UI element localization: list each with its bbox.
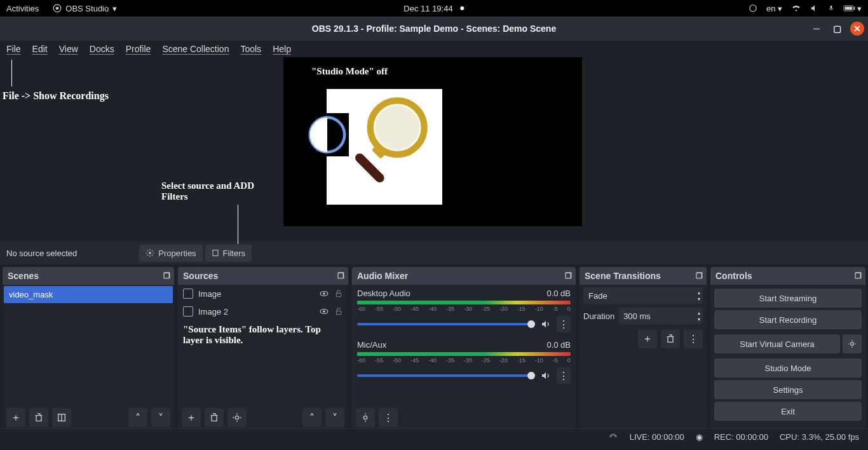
duration-input[interactable]: 300 ms ▴▾	[618, 308, 703, 324]
menu-profile[interactable]: Profile	[126, 44, 151, 54]
menu-tools[interactable]: Tools	[240, 44, 261, 54]
db-scale: -60-55-50-45-40-35-30-25-20-15-10-50	[357, 306, 571, 312]
lock-icon[interactable]	[334, 307, 343, 316]
svg-point-25	[851, 343, 854, 346]
half-circle-icon	[306, 113, 349, 156]
annotation-show-recordings: File -> Show Recordings	[3, 90, 109, 102]
svg-rect-19	[337, 293, 341, 296]
transition-menu-button[interactable]: ⋮	[684, 329, 703, 348]
remove-transition-button[interactable]	[661, 329, 680, 348]
status-rec: REC: 00:00:00	[714, 432, 768, 442]
menu-docks[interactable]: Docks	[90, 44, 114, 54]
minimize-button[interactable]: ─	[810, 22, 824, 36]
sources-header[interactable]: Sources❐	[178, 267, 348, 285]
annotation-studio-mode: "Studio Mode" off	[311, 66, 388, 77]
filters-button[interactable]: Filters	[205, 245, 252, 262]
eye-icon[interactable]	[319, 307, 329, 316]
popout-icon[interactable]: ❐	[565, 271, 572, 280]
svg-point-9	[376, 106, 419, 149]
popout-icon[interactable]: ❐	[696, 271, 703, 280]
svg-point-2	[750, 5, 757, 12]
channel-menu-button[interactable]: ⋮	[557, 316, 571, 332]
properties-button[interactable]: Properties	[139, 245, 202, 262]
grid-icon	[57, 412, 67, 423]
controls-header[interactable]: Controls❐	[710, 267, 865, 285]
exit-button[interactable]: Exit	[714, 402, 862, 421]
start-virtual-camera-button[interactable]: Start Virtual Camera	[714, 334, 840, 353]
audio-meter	[357, 301, 571, 304]
preview-area[interactable]: "Studio Mode" off File -> Show Recording…	[0, 57, 868, 242]
volume-slider[interactable]	[357, 374, 535, 377]
speaker-icon[interactable]	[540, 319, 552, 329]
preview-image-1	[306, 113, 349, 156]
popout-icon[interactable]: ❐	[163, 271, 170, 280]
source-label: Image	[198, 289, 221, 299]
controls-dock: Controls❐ Start Streaming Start Recordin…	[710, 267, 865, 428]
menu-file[interactable]: File	[6, 44, 21, 54]
status-live: LIVE: 00:00:00	[630, 432, 684, 442]
transitions-header[interactable]: Scene Transitions❐	[580, 267, 707, 285]
add-source-button[interactable]: ＋	[182, 408, 201, 427]
menu-help[interactable]: Help	[273, 44, 291, 54]
activities-button[interactable]: Activities	[6, 4, 39, 13]
transition-select[interactable]: Fade ▴▾	[583, 287, 703, 304]
settings-button[interactable]: Settings	[714, 380, 862, 399]
volume-icon[interactable]	[810, 4, 819, 13]
gear-icon	[848, 339, 857, 348]
gear-icon	[232, 412, 242, 423]
add-transition-button[interactable]: ＋	[638, 329, 657, 348]
popout-icon[interactable]: ❐	[337, 271, 344, 280]
scene-filters-button[interactable]	[52, 408, 71, 427]
wifi-icon[interactable]	[791, 4, 801, 13]
battery-icon[interactable]: ▾	[843, 4, 862, 13]
maximize-button[interactable]: ▢	[830, 22, 844, 36]
popout-icon[interactable]: ❐	[855, 271, 862, 280]
mixer-header[interactable]: Audio Mixer❐	[352, 267, 576, 285]
source-toolbar: No source selected Properties Filters	[0, 242, 868, 264]
gnome-top-bar: Activities OBS Studio ▾ Dec 11 19:44 en …	[0, 0, 868, 17]
disk-icon: ◉	[696, 432, 703, 442]
obs-icon	[53, 4, 62, 13]
speaker-icon[interactable]	[540, 371, 552, 381]
remove-scene-button[interactable]	[29, 408, 48, 427]
svg-rect-14	[213, 250, 218, 256]
start-recording-button[interactable]: Start Recording	[714, 310, 862, 329]
preview-canvas[interactable]: "Studio Mode" off	[283, 57, 582, 226]
source-up-button[interactable]: ˄	[302, 408, 322, 427]
scenes-header[interactable]: Scenes❐	[3, 267, 174, 285]
add-scene-button[interactable]: ＋	[6, 408, 25, 427]
volume-slider[interactable]	[357, 323, 535, 325]
eye-icon[interactable]	[319, 289, 329, 298]
audio-mixer-dock: Audio Mixer❐ Desktop Audio 0.0 dB -60-55…	[352, 267, 576, 428]
scene-up-button[interactable]: ˄	[128, 408, 147, 427]
source-item[interactable]: Image	[178, 285, 348, 303]
studio-mode-button[interactable]: Studio Mode	[714, 358, 862, 378]
source-item[interactable]: Image 2	[178, 303, 348, 320]
svg-point-13	[149, 252, 152, 254]
app-menu[interactable]: OBS Studio ▾	[53, 4, 117, 13]
annotation-line-2	[238, 205, 238, 244]
lock-icon[interactable]	[334, 289, 343, 298]
mic-icon[interactable]	[828, 4, 834, 13]
menu-edit[interactable]: Edit	[32, 44, 48, 54]
scene-item[interactable]: video_mask	[4, 286, 173, 303]
source-down-button[interactable]: ˅	[325, 408, 344, 427]
start-streaming-button[interactable]: Start Streaming	[714, 289, 862, 308]
channel-name: Mic/Aux	[357, 340, 386, 350]
source-properties-button[interactable]	[227, 408, 247, 427]
language-indicator[interactable]: en ▾	[766, 4, 782, 13]
scene-down-button[interactable]: ˅	[151, 408, 170, 427]
clock[interactable]: Dec 11 19:44	[403, 4, 452, 13]
virtual-camera-config-button[interactable]	[843, 334, 862, 353]
remove-source-button[interactable]	[205, 408, 224, 427]
close-button[interactable]: ✕	[850, 22, 864, 36]
obs-tray-icon[interactable]	[749, 4, 757, 13]
channel-menu-button[interactable]: ⋮	[557, 367, 571, 384]
trash-icon	[209, 412, 219, 423]
mixer-settings-button[interactable]	[356, 408, 375, 427]
menu-view[interactable]: View	[59, 44, 78, 54]
menu-scene-collection[interactable]: Scene Collection	[162, 44, 229, 54]
mixer-menu-button[interactable]: ⋮	[379, 408, 398, 427]
notification-dot	[461, 6, 465, 10]
svg-rect-7	[845, 7, 853, 10]
